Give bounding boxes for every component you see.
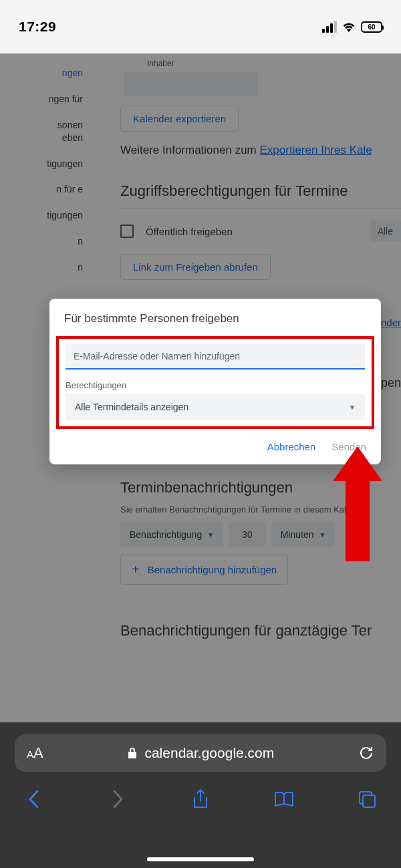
status-bar: 17:29 60 — [0, 0, 401, 53]
safari-chrome: AA calendar.google.com — [0, 722, 401, 868]
reader-button[interactable]: AA — [27, 744, 43, 762]
status-time: 17:29 — [19, 19, 56, 35]
lock-icon — [127, 746, 138, 760]
share-button[interactable] — [189, 788, 212, 811]
wifi-icon — [342, 21, 356, 32]
status-icons: 60 — [322, 21, 382, 33]
home-indicator[interactable] — [147, 857, 254, 861]
cancel-button[interactable]: Abbrechen — [267, 441, 316, 452]
tabs-button[interactable] — [356, 788, 378, 811]
dialog-title: Für bestimmte Personen freigeben — [49, 312, 381, 336]
svg-rect-2 — [363, 795, 375, 807]
chevron-down-icon: ▼ — [349, 404, 356, 411]
address-domain: calendar.google.com — [144, 745, 274, 761]
permissions-select[interactable]: Alle Termindetails anzeigen ▼ — [65, 394, 365, 420]
reload-icon[interactable] — [358, 745, 374, 761]
send-button[interactable]: Senden — [331, 441, 366, 452]
battery-icon: 60 — [361, 21, 382, 33]
cellular-icon — [322, 21, 337, 33]
annotation-highlight-box: E-Mail-Adresse oder Namen hinzufügen Ber… — [56, 336, 374, 429]
forward-button — [106, 788, 129, 811]
permissions-label: Berechtigungen — [65, 380, 365, 390]
bookmarks-button[interactable] — [273, 788, 295, 811]
back-button[interactable] — [23, 788, 45, 811]
email-name-input[interactable]: E-Mail-Adresse oder Namen hinzufügen — [65, 344, 365, 370]
address-bar[interactable]: AA calendar.google.com — [15, 734, 386, 772]
share-people-dialog: Für bestimmte Personen freigeben E-Mail-… — [49, 299, 381, 464]
